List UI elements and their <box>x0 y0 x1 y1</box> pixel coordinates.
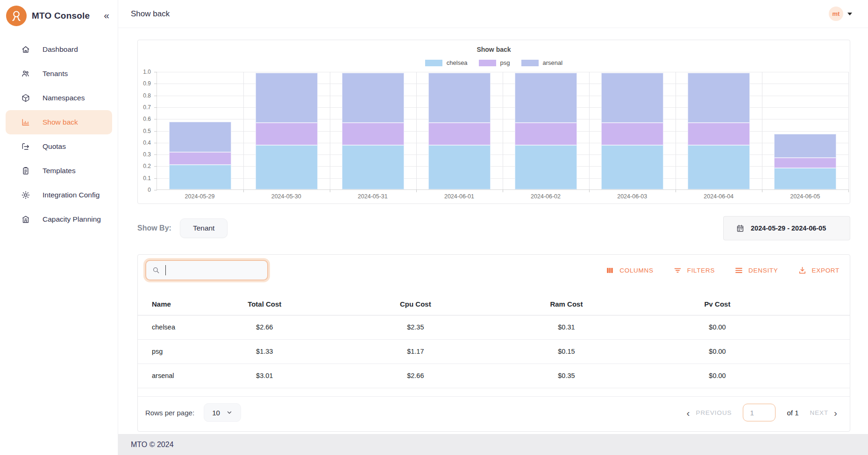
table-cell: $2.66 <box>340 364 491 388</box>
avatar[interactable]: mt <box>829 7 843 21</box>
table-cell: $3.01 <box>189 364 340 388</box>
sidebar-item-templates[interactable]: Templates <box>6 159 112 183</box>
density-button[interactable]: DENSITY <box>734 266 778 275</box>
bar-2024-06-03[interactable] <box>589 72 676 189</box>
bar-segment-arsenal <box>515 73 576 123</box>
bar-2024-05-31[interactable] <box>330 72 416 189</box>
columns-button[interactable]: COLUMNS <box>605 266 653 275</box>
sidebar-item-namespaces[interactable]: Namespaces <box>6 86 112 110</box>
sidebar-header: MTO Console « <box>0 0 118 31</box>
chart-x-axis: 2024-05-292024-05-302024-05-312024-06-01… <box>157 193 848 200</box>
x-axis-tick <box>676 189 676 192</box>
y-axis-label: 0 <box>148 187 151 193</box>
sidebar-item-tenants[interactable]: Tenants <box>6 62 112 86</box>
page-count-label: of 1 <box>787 409 798 417</box>
sidebar-item-label: Show back <box>43 118 78 126</box>
table-cell: $0.00 <box>642 364 793 388</box>
toolbar-button-label: EXPORT <box>812 267 840 274</box>
column-header-cpu-cost[interactable]: Cpu Cost <box>340 294 491 315</box>
page-number-input[interactable] <box>743 404 776 421</box>
bar-segment-psg <box>688 123 749 145</box>
bar-2024-06-02[interactable] <box>503 72 589 189</box>
sidebar-item-integration-config[interactable]: Integration Config <box>6 183 112 207</box>
x-axis-tick <box>503 189 503 192</box>
bar-segment-psg <box>342 123 404 145</box>
sidebar-item-label: Tenants <box>43 70 68 78</box>
table-cell: $1.17 <box>340 339 491 364</box>
y-axis-label: 0.6 <box>143 116 151 122</box>
legend-label: arsenal <box>543 59 563 66</box>
previous-page-button[interactable]: ‹ PREVIOUS <box>687 408 732 418</box>
table-row-arsenal[interactable]: arsenal$3.01$2.66$0.35$0.00 <box>138 364 850 388</box>
sidebar-item-dashboard[interactable]: Dashboard <box>6 37 112 62</box>
column-header-total-cost[interactable]: Total Cost <box>189 294 340 315</box>
table-cell: $0.31 <box>491 315 642 339</box>
column-header-name[interactable]: Name <box>138 294 189 315</box>
table-cell: psg <box>138 339 189 364</box>
toolbar-button-label: COLUMNS <box>619 267 653 274</box>
app-footer: MTO © 2024 <box>118 434 868 455</box>
x-axis-label: 2024-06-04 <box>676 193 762 200</box>
user-menu[interactable]: mt <box>829 7 852 21</box>
bar-2024-05-29[interactable] <box>157 72 243 189</box>
mto-logo-icon <box>6 6 27 26</box>
table-cell: chelsea <box>138 315 189 339</box>
search-input[interactable] <box>165 265 262 275</box>
next-page-button[interactable]: NEXT › <box>810 408 838 418</box>
bar-segment-chelsea <box>428 145 490 189</box>
table-row-chelsea[interactable]: chelsea$2.66$2.35$0.31$0.00 <box>138 315 850 339</box>
bar-segment-psg <box>601 123 663 145</box>
x-axis-label: 2024-06-05 <box>762 193 848 200</box>
sidebar-item-capacity-planning[interactable]: Capacity Planning <box>6 207 112 231</box>
sidebar-item-quotas[interactable]: Quotas <box>6 134 112 159</box>
date-range-picker[interactable]: 2024-05-29 - 2024-06-05 <box>723 216 850 240</box>
column-header-ram-cost[interactable]: Ram Cost <box>491 294 642 315</box>
bar-2024-06-05[interactable] <box>762 72 848 189</box>
next-label: NEXT <box>810 409 828 416</box>
bar-segment-arsenal <box>601 73 663 123</box>
cube-icon <box>21 93 30 103</box>
y-axis-label: 0.5 <box>143 128 151 134</box>
bar-2024-06-01[interactable] <box>416 72 503 189</box>
x-axis-tick <box>589 189 590 192</box>
columns-icon <box>605 266 614 275</box>
bar-2024-05-30[interactable] <box>243 72 330 189</box>
stacked-bar <box>688 73 749 189</box>
capacity-icon <box>21 215 30 224</box>
show-by-select[interactable]: Tenant <box>180 218 228 238</box>
rows-per-page-label: Rows per page: <box>145 409 194 417</box>
x-axis-tick <box>762 189 762 192</box>
bar-segment-chelsea <box>256 145 317 189</box>
table-cell: $0.15 <box>491 339 642 364</box>
column-header-pv-cost[interactable]: Pv Cost <box>642 294 793 315</box>
chevrons-left-icon[interactable]: « <box>104 10 112 22</box>
legend-item-arsenal: arsenal <box>521 59 563 66</box>
chevron-right-icon: › <box>834 408 838 418</box>
bar-segment-psg <box>428 123 490 145</box>
y-axis-label: 0.8 <box>143 92 151 99</box>
rows-per-page-value: 10 <box>212 409 220 417</box>
legend-label: psg <box>500 59 510 66</box>
table-cell: arsenal <box>138 364 189 388</box>
bar-2024-06-04[interactable] <box>676 72 762 189</box>
rows-per-page-select[interactable]: 10 <box>204 403 241 422</box>
y-axis-label: 0.4 <box>143 140 151 146</box>
search-box[interactable] <box>145 260 268 280</box>
bar-segment-psg <box>774 158 836 168</box>
filters-button[interactable]: FILTERS <box>673 266 715 275</box>
x-axis-tick <box>330 189 330 192</box>
grid-toolbar-buttons: COLUMNSFILTERSDENSITYEXPORT <box>605 266 840 275</box>
y-axis-label: 0.9 <box>143 80 151 87</box>
y-axis-label: 0.3 <box>143 151 151 158</box>
sidebar-menu: DashboardTenantsNamespacesShow backQuota… <box>0 31 118 231</box>
sidebar-item-show-back[interactable]: Show back <box>6 110 112 134</box>
export-button[interactable]: EXPORT <box>798 266 840 275</box>
stacked-bar <box>169 122 231 189</box>
caret-down-icon[interactable] <box>847 13 852 15</box>
x-axis-tick <box>416 189 417 192</box>
table-row-psg[interactable]: psg$1.33$1.17$0.15$0.00 <box>138 339 850 364</box>
home-icon <box>21 45 30 54</box>
controls-row: Show By: Tenant 2024-05-29 - 2024-06-05 <box>137 216 850 240</box>
clipboard-icon <box>21 166 30 175</box>
pagination-bar: Rows per page: 10 ‹ PREVIOUS of 1 NE <box>138 396 850 422</box>
